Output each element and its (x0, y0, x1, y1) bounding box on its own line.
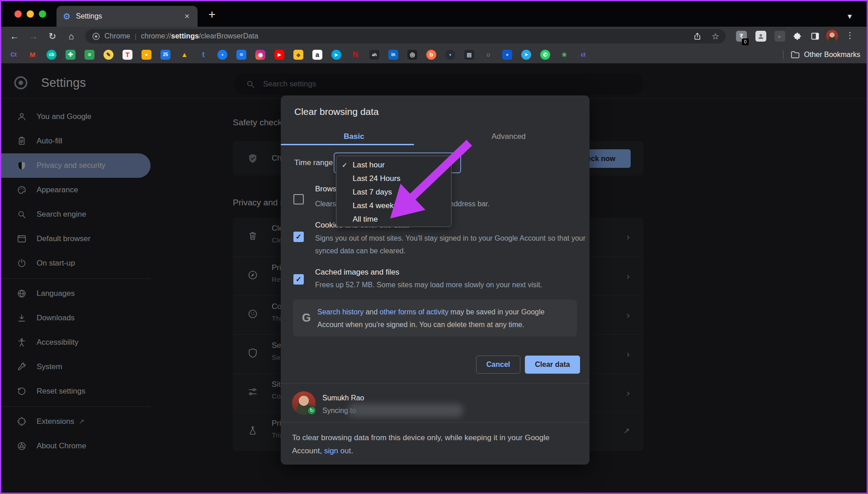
dialog-footer: To clear browsing data from this device … (292, 431, 571, 457)
favicon[interactable]: ≡ (236, 50, 246, 60)
time-range-label: Time range (294, 158, 333, 167)
browser-menu-icon[interactable]: ⋮ (843, 30, 857, 40)
google-account-note: G Search history and other forms of acti… (293, 299, 577, 337)
favicon[interactable]: ◆ (293, 50, 303, 60)
favicon[interactable]: ▲ (179, 50, 189, 60)
favicon[interactable]: ◎ (407, 50, 417, 60)
favicon[interactable]: Ct (9, 50, 19, 60)
back-button[interactable]: ← (8, 27, 21, 46)
favicon[interactable]: ● (217, 50, 227, 60)
favicon[interactable]: ○ (483, 50, 493, 60)
cookies-checkbox[interactable]: ✓ (293, 232, 304, 242)
favicon[interactable]: a (312, 50, 322, 60)
other-activity-link[interactable]: other forms of activity (380, 308, 448, 316)
browser-toolbar: ← → ↻ ⌂ Chrome | chrome://settings/clear… (1, 27, 867, 46)
bookmarks-bar: Ct M cb ✚ ≡ ✎ T ● 25 ▲ t ● (1, 46, 867, 63)
new-tab-button[interactable]: + (208, 8, 216, 22)
dialog-divider (281, 383, 590, 384)
extension-badge: 0 (742, 38, 749, 45)
close-window-button[interactable] (14, 10, 22, 18)
favicon[interactable]: ▶ (274, 50, 284, 60)
browsing-history-checkbox[interactable] (293, 194, 304, 204)
sync-badge-icon: ↻ (307, 406, 316, 415)
time-range-dropdown: ✓ Last hour Last 24 Hours Last 7 days La… (336, 156, 452, 227)
favicon[interactable]: T (123, 50, 132, 60)
favicon[interactable]: ✚ (66, 50, 75, 60)
favicon[interactable]: ✆ (540, 50, 550, 60)
favicon[interactable]: in (388, 50, 398, 60)
favicon[interactable]: ct (578, 50, 588, 60)
clear-data-button[interactable]: Clear data (525, 356, 580, 374)
dropdown-option[interactable]: ✓ Last hour (336, 158, 451, 172)
favicon[interactable]: ▤ (464, 50, 474, 60)
side-panel-icon[interactable] (810, 31, 821, 42)
favicon[interactable]: b (426, 50, 436, 60)
tab-close-icon[interactable]: × (183, 11, 191, 21)
dialog-title: Clear browsing data (294, 106, 379, 117)
cached-images-checkbox[interactable]: ✓ (293, 274, 304, 285)
address-bar[interactable]: Chrome | chrome://settings/clearBrowserD… (85, 29, 726, 43)
favicon[interactable]: M (28, 50, 38, 60)
favicon[interactable]: ✎ (104, 50, 113, 60)
url-separator: | (135, 33, 137, 40)
site-label: Chrome (104, 32, 130, 40)
settings-gear-icon: ⚙ (63, 12, 71, 21)
home-button[interactable]: ⌂ (65, 27, 78, 46)
favicon-row: Ct M cb ✚ ≡ ✎ T ● 25 ▲ t ● (9, 50, 597, 60)
favicon[interactable]: ✳ (559, 50, 569, 60)
search-history-link[interactable]: Search history (317, 308, 363, 316)
favicon[interactable]: ■ (502, 50, 512, 60)
site-info-icon[interactable] (92, 32, 100, 41)
browser-window: ⚙ Settings × + ▾ ← → ↻ ⌂ Chrome | chrome… (0, 0, 868, 494)
favicon[interactable]: cb (47, 50, 57, 60)
dialog-divider (281, 422, 590, 423)
profile-avatar[interactable] (826, 30, 838, 42)
user-name: Sumukh Rao (322, 394, 364, 402)
cancel-button[interactable]: Cancel (476, 356, 520, 374)
favicon[interactable]: ▶ (331, 50, 341, 60)
reload-button[interactable]: ↻ (46, 27, 59, 46)
share-icon[interactable] (693, 32, 702, 41)
minimize-window-button[interactable] (27, 10, 34, 18)
google-logo: G (302, 311, 311, 324)
folder-icon (791, 51, 800, 59)
favicon[interactable]: t (198, 50, 208, 60)
tab-search-chevron-icon[interactable]: ▾ (848, 11, 852, 21)
forward-button[interactable]: → (27, 27, 40, 46)
favicon[interactable]: ◉ (255, 50, 265, 60)
dropdown-option[interactable]: Last 4 weeks (336, 199, 451, 213)
tab-settings[interactable]: ⚙ Settings × (57, 6, 198, 27)
clear-browsing-data-dialog: Clear browsing data Basic Advanced Time … (281, 95, 590, 465)
tab-basic[interactable]: Basic (281, 130, 427, 143)
other-bookmarks-button[interactable]: Other Bookmarks (804, 51, 860, 59)
bookmarks-separator (783, 50, 783, 59)
extensions-puzzle-icon[interactable] (792, 31, 802, 42)
extension-profile-icon[interactable] (755, 31, 766, 42)
maximize-window-button[interactable] (39, 10, 46, 18)
dropdown-option[interactable]: All time (336, 213, 451, 226)
check-icon: ✓ (342, 161, 353, 169)
favicon[interactable]: ➤ (521, 50, 531, 60)
extension-disabled-icon[interactable]: ▸ (774, 31, 785, 42)
dropdown-option[interactable]: Last 24 Hours (336, 172, 451, 185)
favicon[interactable]: 25 (160, 50, 170, 60)
tab-underline (281, 144, 414, 145)
tab-title: Settings (76, 12, 183, 20)
favicon[interactable]: ● (142, 50, 151, 60)
tab-advanced[interactable]: Advanced (427, 130, 590, 143)
bookmark-star-icon[interactable]: ☆ (712, 31, 719, 42)
redacted-email (348, 404, 463, 417)
url-text: chrome://settings/clearBrowserData (141, 32, 259, 40)
tab-strip: ⚙ Settings × + ▾ (1, 1, 867, 27)
favicon[interactable]: N (350, 50, 360, 60)
dropdown-option[interactable]: Last 7 days (336, 185, 451, 199)
sign-out-link[interactable]: sign out (324, 446, 351, 455)
favicon[interactable]: ah (369, 50, 379, 60)
favicon[interactable]: ≡ (85, 50, 94, 60)
favicon[interactable]: ● (445, 50, 455, 60)
